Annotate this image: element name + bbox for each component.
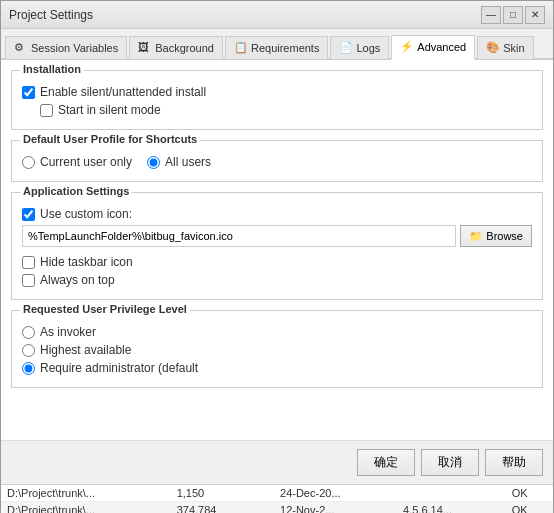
log-table-row: D:\Project\trunk\...374,78412-Nov-2...4.… [1, 502, 553, 514]
log-cell-size: 1,150 [171, 485, 274, 502]
project-settings-window: Project Settings — □ ✕ ⚙ Session Variabl… [0, 0, 554, 513]
hide-taskbar-checkbox[interactable] [22, 256, 35, 269]
app-settings-title: Application Settings [20, 185, 132, 197]
installation-section: Installation Enable silent/unattended in… [11, 70, 543, 130]
log-table-row: D:\Project\trunk\...1,15024-Dec-20...OK [1, 485, 553, 502]
app-settings-content: Use custom icon: 📁 Browse Hide taskbar i… [22, 207, 532, 287]
cancel-button[interactable]: 取消 [421, 449, 479, 476]
always-on-top-row: Always on top [22, 273, 532, 287]
enable-silent-checkbox[interactable] [22, 86, 35, 99]
logs-icon: 📄 [339, 41, 353, 55]
use-custom-icon-checkbox[interactable] [22, 208, 35, 221]
close-button[interactable]: ✕ [525, 6, 545, 24]
enable-silent-row: Enable silent/unattended install [22, 85, 532, 99]
browse-icon: 📁 [469, 230, 483, 243]
browse-label: Browse [486, 230, 523, 242]
skin-icon: 🎨 [486, 41, 500, 55]
tab-logs[interactable]: 📄 Logs [330, 36, 389, 59]
tab-skin[interactable]: 🎨 Skin [477, 36, 533, 59]
highest-available-row: Highest available [22, 343, 532, 357]
log-cell-version [397, 485, 506, 502]
user-profile-radio-group: Current user only All users [22, 155, 532, 173]
footer-buttons: 确定 取消 帮助 [1, 440, 553, 484]
log-area-wrapper: D:\Project\trunk\...1,15024-Dec-20...OKD… [1, 484, 553, 513]
background-icon: 🖼 [138, 41, 152, 55]
tab-logs-label: Logs [356, 42, 380, 54]
confirm-button[interactable]: 确定 [357, 449, 415, 476]
title-bar-controls: — □ ✕ [481, 6, 545, 24]
current-user-radio[interactable] [22, 156, 35, 169]
all-users-row: All users [147, 155, 211, 169]
tab-background[interactable]: 🖼 Background [129, 36, 223, 59]
use-custom-icon-row: Use custom icon: [22, 207, 532, 221]
as-invoker-label: As invoker [40, 325, 96, 339]
current-user-label: Current user only [40, 155, 132, 169]
start-silent-label: Start in silent mode [58, 103, 161, 117]
always-on-top-checkbox[interactable] [22, 274, 35, 287]
tab-advanced-label: Advanced [417, 41, 466, 53]
icon-path-row: 📁 Browse [22, 225, 532, 247]
hide-taskbar-label: Hide taskbar icon [40, 255, 133, 269]
hide-taskbar-row: Hide taskbar icon [22, 255, 532, 269]
all-users-label: All users [165, 155, 211, 169]
tab-background-label: Background [155, 42, 214, 54]
privilege-content: As invoker Highest available Require adm… [22, 325, 532, 375]
log-cell-date: 24-Dec-20... [274, 485, 397, 502]
log-table-area: D:\Project\trunk\...1,15024-Dec-20...OKD… [1, 484, 553, 513]
installation-content: Enable silent/unattended install Start i… [22, 85, 532, 117]
browse-button[interactable]: 📁 Browse [460, 225, 532, 247]
tab-session-variables[interactable]: ⚙ Session Variables [5, 36, 127, 59]
user-profile-section: Default User Profile for Shortcuts Curre… [11, 140, 543, 182]
as-invoker-radio[interactable] [22, 326, 35, 339]
use-custom-icon-label: Use custom icon: [40, 207, 132, 221]
all-users-radio[interactable] [147, 156, 160, 169]
always-on-top-label: Always on top [40, 273, 115, 287]
minimize-button[interactable]: — [481, 6, 501, 24]
start-silent-checkbox[interactable] [40, 104, 53, 117]
require-admin-label: Require administrator (default [40, 361, 198, 375]
tab-requirements-label: Requirements [251, 42, 319, 54]
tab-session-variables-label: Session Variables [31, 42, 118, 54]
content-area: Installation Enable silent/unattended in… [1, 60, 553, 440]
advanced-icon: ⚡ [400, 40, 414, 54]
enable-silent-label: Enable silent/unattended install [40, 85, 206, 99]
window-title: Project Settings [9, 8, 93, 22]
session-variables-icon: ⚙ [14, 41, 28, 55]
log-cell-status: OK [506, 485, 553, 502]
help-button[interactable]: 帮助 [485, 449, 543, 476]
log-cell-path: D:\Project\trunk\... [1, 485, 171, 502]
highest-available-radio[interactable] [22, 344, 35, 357]
app-settings-section: Application Settings Use custom icon: 📁 … [11, 192, 543, 300]
log-cell-date: 12-Nov-2... [274, 502, 397, 514]
tab-advanced[interactable]: ⚡ Advanced [391, 35, 475, 60]
privilege-title: Requested User Privilege Level [20, 303, 190, 315]
start-silent-row: Start in silent mode [22, 103, 532, 117]
log-cell-path: D:\Project\trunk\... [1, 502, 171, 514]
user-profile-content: Current user only All users [22, 155, 532, 173]
log-cell-version: 4.5.6.14... [397, 502, 506, 514]
log-table: D:\Project\trunk\...1,15024-Dec-20...OKD… [1, 485, 553, 513]
installation-title: Installation [20, 63, 84, 75]
privilege-section: Requested User Privilege Level As invoke… [11, 310, 543, 388]
title-bar: Project Settings — □ ✕ [1, 1, 553, 29]
tab-skin-label: Skin [503, 42, 524, 54]
icon-path-input[interactable] [22, 225, 456, 247]
as-invoker-row: As invoker [22, 325, 532, 339]
log-cell-size: 374,784 [171, 502, 274, 514]
current-user-row: Current user only [22, 155, 132, 169]
tabs-bar: ⚙ Session Variables 🖼 Background 📋 Requi… [1, 29, 553, 60]
user-profile-title: Default User Profile for Shortcuts [20, 133, 200, 145]
requirements-icon: 📋 [234, 41, 248, 55]
tab-requirements[interactable]: 📋 Requirements [225, 36, 328, 59]
require-admin-radio[interactable] [22, 362, 35, 375]
log-cell-status: OK [506, 502, 553, 514]
maximize-button[interactable]: □ [503, 6, 523, 24]
highest-available-label: Highest available [40, 343, 131, 357]
require-admin-row: Require administrator (default [22, 361, 532, 375]
